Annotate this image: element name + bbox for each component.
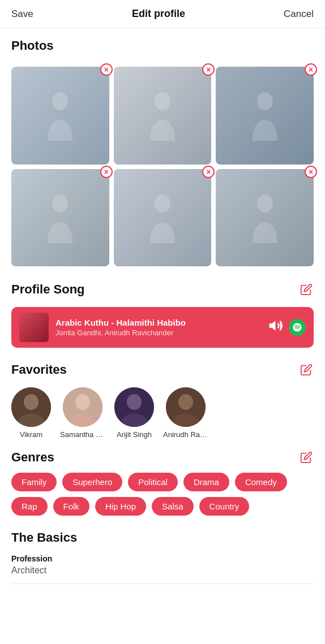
person-silhouette-5 xyxy=(146,189,179,246)
song-art xyxy=(19,313,49,342)
avatar-arijit xyxy=(114,387,154,427)
edit-pencil-icon xyxy=(300,283,313,296)
profile-song-header: Profile Song xyxy=(11,282,314,297)
avatar-samantha xyxy=(63,387,102,427)
photos-title: Photos xyxy=(11,38,54,53)
photo-item xyxy=(11,169,109,267)
photo-item xyxy=(114,169,212,267)
person-silhouette-1 xyxy=(43,87,77,144)
genres-tags: Family Superhero Political Drama Comedy … xyxy=(11,473,314,516)
genre-tag-rap[interactable]: Rap xyxy=(11,497,48,516)
photos-grid xyxy=(0,67,325,272)
avatar-image-anirudh xyxy=(166,387,206,427)
photo-item xyxy=(216,169,314,267)
genre-tag-folk[interactable]: Folk xyxy=(53,497,89,516)
photo-remove-4[interactable] xyxy=(100,166,113,178)
basics-section: The Basics Profession Architect xyxy=(0,521,325,598)
edit-pencil-icon-2 xyxy=(300,364,313,376)
basics-label-profession: Profession xyxy=(11,554,314,563)
photos-header: Photos xyxy=(11,38,314,53)
svg-point-13 xyxy=(178,394,193,410)
person-silhouette-4 xyxy=(43,189,77,246)
svg-point-4 xyxy=(155,195,170,213)
svg-point-7 xyxy=(24,394,39,410)
cancel-button[interactable]: Cancel xyxy=(284,8,314,20)
favorite-item-arijit: Arijit Singh xyxy=(114,387,154,439)
photos-section: Photos xyxy=(0,28,325,67)
avatar-image-vikram xyxy=(11,387,51,427)
photo-remove-3[interactable] xyxy=(305,63,317,76)
photo-6 xyxy=(216,169,314,267)
spotify-logo-icon xyxy=(292,322,302,332)
svg-point-5 xyxy=(257,195,273,213)
header: Save Edit profile Cancel xyxy=(0,0,325,28)
avatar-anirudh xyxy=(166,387,206,427)
photo-remove-5[interactable] xyxy=(202,166,215,178)
photo-5 xyxy=(114,169,212,267)
basics-value-profession: Architect xyxy=(11,565,314,576)
photo-2 xyxy=(114,67,212,165)
edit-pencil-icon-3 xyxy=(300,451,313,464)
song-controls xyxy=(268,318,306,336)
genre-tag-hiphop[interactable]: Hip Hop xyxy=(95,497,146,516)
favorite-name-anirudh: Anirudh Ravi... xyxy=(163,430,208,439)
svg-point-1 xyxy=(155,92,170,110)
photo-remove-1[interactable] xyxy=(100,63,113,76)
person-silhouette-3 xyxy=(248,87,282,144)
favorites-grid: Vikram Samantha R... Arijit Singh xyxy=(0,387,325,444)
svg-point-0 xyxy=(52,92,68,110)
photo-remove-6[interactable] xyxy=(305,166,317,178)
person-silhouette-6 xyxy=(248,189,282,246)
save-button[interactable]: Save xyxy=(11,8,33,20)
photo-1 xyxy=(11,67,109,165)
genres-header: Genres xyxy=(11,450,314,465)
profile-song-section: Profile Song xyxy=(0,272,325,307)
favorites-header: Favorites xyxy=(11,362,314,377)
genre-tag-family[interactable]: Family xyxy=(11,473,57,491)
basics-title: The Basics xyxy=(11,530,314,545)
favorites-edit-button[interactable] xyxy=(299,362,314,377)
photo-4 xyxy=(11,169,109,267)
favorite-name-samantha: Samantha R... xyxy=(60,430,105,439)
basics-field-profession: Profession Architect xyxy=(11,554,314,584)
photo-item xyxy=(114,67,212,165)
favorite-item-anirudh: Anirudh Ravi... xyxy=(163,387,208,439)
favorite-name-arijit: Arijit Singh xyxy=(117,430,152,439)
profile-song-title: Profile Song xyxy=(11,282,85,297)
song-banner: Arabic Kuthu - Halamithi Habibo Jonita G… xyxy=(11,307,314,348)
avatar-image-arijit xyxy=(114,387,154,427)
avatar-image-samantha xyxy=(63,387,102,427)
song-artist: Jonita Gandhi, Anirudh Ravichander xyxy=(55,329,262,337)
speaker-icon xyxy=(268,318,283,333)
favorite-item-vikram: Vikram xyxy=(11,387,51,439)
person-silhouette-2 xyxy=(146,87,179,144)
profile-song-edit-button[interactable] xyxy=(299,282,314,297)
svg-point-11 xyxy=(127,394,142,410)
page-title: Edit profile xyxy=(132,8,185,20)
photo-item xyxy=(216,67,314,165)
genres-title: Genres xyxy=(11,450,54,465)
genre-tag-drama[interactable]: Drama xyxy=(183,473,229,491)
genre-tag-comedy[interactable]: Comedy xyxy=(235,473,287,491)
photo-3 xyxy=(216,67,314,165)
song-art-image xyxy=(19,313,49,342)
favorites-section: Favorites xyxy=(0,352,325,387)
genre-tag-salsa[interactable]: Salsa xyxy=(152,497,194,516)
svg-point-9 xyxy=(75,394,90,410)
favorite-name-vikram: Vikram xyxy=(20,430,42,439)
genre-tag-political[interactable]: Political xyxy=(128,473,178,491)
spotify-icon[interactable] xyxy=(289,319,306,336)
favorite-item-samantha: Samantha R... xyxy=(60,387,105,439)
genres-section: Genres Family Superhero Political Drama … xyxy=(0,444,325,521)
photo-item xyxy=(11,67,109,165)
photo-remove-2[interactable] xyxy=(202,63,215,76)
song-info: Arabic Kuthu - Halamithi Habibo Jonita G… xyxy=(55,318,262,337)
sound-icon[interactable] xyxy=(268,318,283,336)
genres-edit-button[interactable] xyxy=(299,450,314,465)
favorites-title: Favorites xyxy=(11,362,67,377)
genre-tag-country[interactable]: Country xyxy=(199,497,250,516)
svg-point-2 xyxy=(257,92,273,110)
svg-point-3 xyxy=(52,195,68,213)
genre-tag-superhero[interactable]: Superhero xyxy=(62,473,122,491)
avatar-vikram xyxy=(11,387,51,427)
